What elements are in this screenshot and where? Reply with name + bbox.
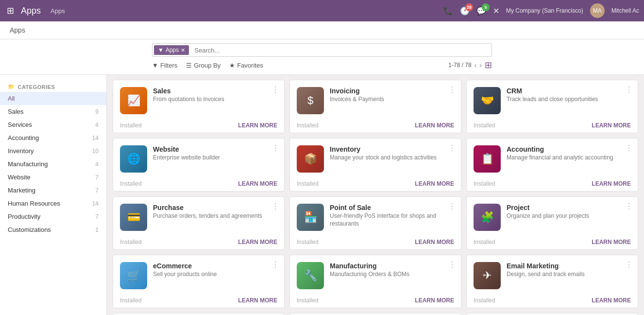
card-menu-icon[interactable]: ⋮ xyxy=(625,85,633,94)
app-info: Email Marketing Design, send and track e… xyxy=(507,262,631,279)
learn-more-button[interactable]: LEARN MORE xyxy=(592,122,631,129)
app-icon: 📈 xyxy=(120,87,147,114)
card-menu-icon[interactable]: ⋮ xyxy=(625,202,633,211)
app-card: ⋮ 📦 Inventory Manage your stock and logi… xyxy=(289,138,461,192)
app-card-footer: Installed LEARN MORE xyxy=(120,176,277,187)
search-bar-container: ▼ Apps ✕ ▼ Filters ☰ Group By ★ Favorite… xyxy=(0,39,644,75)
message-icon[interactable]: 💬 5 xyxy=(476,6,486,16)
app-icon: $ xyxy=(297,87,324,114)
card-menu-icon[interactable]: ⋮ xyxy=(448,202,456,211)
app-desc: Track leads and close opportunities xyxy=(507,96,631,104)
search-tag[interactable]: ▼ Apps ✕ xyxy=(154,45,189,55)
sidebar-item-productivity[interactable]: Productivity 7 xyxy=(0,210,106,223)
learn-more-button[interactable]: LEARN MORE xyxy=(238,297,277,304)
app-desc: User-friendly PoS interface for shops an… xyxy=(330,212,454,228)
learn-more-button[interactable]: LEARN MORE xyxy=(592,180,631,187)
app-card: ⋮ 💳 Purchase Purchase orders, tenders an… xyxy=(113,196,285,250)
app-card-footer: Installed LEARN MORE xyxy=(474,293,631,304)
installed-label: Installed xyxy=(120,239,142,245)
app-icon-symbol: 📦 xyxy=(304,153,317,165)
app-icon-symbol: ✈ xyxy=(483,269,491,282)
app-name: Invoicing xyxy=(330,87,454,95)
sidebar-item-count: 7 xyxy=(95,213,99,220)
card-menu-icon[interactable]: ⋮ xyxy=(271,260,279,269)
learn-more-button[interactable]: LEARN MORE xyxy=(592,297,631,304)
user-avatar[interactable]: MA xyxy=(590,3,605,18)
app-card-footer: Installed LEARN MORE xyxy=(474,235,631,245)
app-desc: Manage your stock and logistics activiti… xyxy=(330,154,454,162)
card-menu-icon[interactable]: ⋮ xyxy=(625,143,633,153)
sidebar-item-inventory[interactable]: Inventory 10 xyxy=(0,144,106,158)
sidebar-item-accounting[interactable]: Accounting 14 xyxy=(0,131,106,144)
apps-nav-link[interactable]: Apps xyxy=(51,7,65,15)
sidebar-item-human-resources[interactable]: Human Resources 14 xyxy=(0,197,106,210)
pagination-text: 1-78 / 78 xyxy=(448,62,471,69)
groupby-button[interactable]: ☰ Group By xyxy=(186,62,220,69)
app-icon-symbol: 🌐 xyxy=(127,153,140,165)
app-card-footer: Installed LEARN MORE xyxy=(297,118,454,129)
grid-view-button[interactable]: ⊞ xyxy=(485,60,492,70)
filters-button[interactable]: ▼ Filters xyxy=(152,62,177,69)
prev-page-button[interactable]: ‹ xyxy=(475,61,477,69)
app-card: ⋮ 📈 Sales From quotations to invoices In… xyxy=(113,80,285,133)
favorites-button[interactable]: ★ Favorites xyxy=(229,62,263,69)
app-info: Project Organize and plan your projects xyxy=(507,204,631,220)
app-icon: 📋 xyxy=(474,145,501,173)
learn-more-button[interactable]: LEARN MORE xyxy=(238,122,277,129)
sidebar-item-label: Productivity xyxy=(8,213,40,220)
app-card: ⋮ ✂ Studio Create and customize your Odo… xyxy=(466,313,638,315)
app-info: Invoicing Invoices & Payments xyxy=(330,87,454,104)
next-page-button[interactable]: › xyxy=(479,61,482,69)
app-info: CRM Track leads and close opportunities xyxy=(507,87,631,104)
installed-label: Installed xyxy=(297,297,319,304)
card-menu-icon[interactable]: ⋮ xyxy=(625,260,633,269)
close-icon[interactable]: ✕ xyxy=(493,6,499,16)
app-info: Sales From quotations to invoices xyxy=(153,87,277,104)
grid-menu-icon[interactable]: ⊞ xyxy=(5,3,16,18)
card-menu-icon[interactable]: ⋮ xyxy=(448,260,456,269)
learn-more-button[interactable]: LEARN MORE xyxy=(592,239,631,245)
sidebar-item-all[interactable]: All xyxy=(0,92,106,105)
sidebar-item-count: 1 xyxy=(95,227,99,233)
app-card-footer: Installed LEARN MORE xyxy=(297,235,454,245)
card-menu-icon[interactable]: ⋮ xyxy=(448,143,456,153)
search-input[interactable] xyxy=(190,45,491,56)
app-card-header: 🛒 eCommerce Sell your products online xyxy=(120,262,277,289)
sidebar-item-label: Inventory xyxy=(8,147,34,155)
app-card-footer: Installed LEARN MORE xyxy=(120,118,277,129)
app-icon-symbol: 🤝 xyxy=(481,94,494,107)
learn-more-button[interactable]: LEARN MORE xyxy=(415,122,454,129)
card-menu-icon[interactable]: ⋮ xyxy=(271,143,279,153)
search-tag-close[interactable]: ✕ xyxy=(181,47,185,53)
sidebar-item-website[interactable]: Website 7 xyxy=(0,171,106,184)
company-name[interactable]: My Company (San Francisco) xyxy=(506,7,583,14)
learn-more-button[interactable]: LEARN MORE xyxy=(238,239,277,245)
sidebar-item-customizations[interactable]: Customizations 1 xyxy=(0,223,106,236)
sidebar-item-sales[interactable]: Sales 9 xyxy=(0,105,106,118)
sidebar-item-marketing[interactable]: Marketing 7 xyxy=(0,184,106,197)
app-icon-symbol: 🏪 xyxy=(304,211,317,224)
learn-more-button[interactable]: LEARN MORE xyxy=(415,297,454,304)
app-icon-symbol: $ xyxy=(307,94,313,107)
learn-more-button[interactable]: LEARN MORE xyxy=(415,180,454,187)
card-menu-icon[interactable]: ⋮ xyxy=(448,85,456,94)
app-icon: 💳 xyxy=(120,204,147,231)
phone-icon[interactable]: 📞 xyxy=(443,6,453,16)
app-card-header: 📦 Inventory Manage your stock and logist… xyxy=(297,145,454,173)
app-card: ⋮ 🧩 Project Organize and plan your proje… xyxy=(466,196,638,250)
app-card-header: 🔧 Manufacturing Manufacturing Orders & B… xyxy=(297,262,454,289)
username: Mitchell Ac xyxy=(611,7,639,14)
card-menu-icon[interactable]: ⋮ xyxy=(271,85,279,94)
learn-more-button[interactable]: LEARN MORE xyxy=(238,180,277,187)
app-info: Website Enterprise website builder xyxy=(153,145,277,162)
sidebar-item-manufacturing[interactable]: Manufacturing 4 xyxy=(0,158,106,171)
app-grid: ⋮ 📈 Sales From quotations to invoices In… xyxy=(107,75,644,315)
sidebar-item-services[interactable]: Services 4 xyxy=(0,118,106,131)
app-icon-symbol: 🛒 xyxy=(127,269,140,282)
sidebar-item-count: 7 xyxy=(95,174,99,181)
activity-icon[interactable]: 🕐 28 xyxy=(460,6,470,16)
app-card-header: 🏪 Point of Sale User-friendly PoS interf… xyxy=(297,204,454,231)
learn-more-button[interactable]: LEARN MORE xyxy=(415,239,454,245)
sidebar-item-count: 14 xyxy=(92,200,99,207)
card-menu-icon[interactable]: ⋮ xyxy=(271,202,279,211)
